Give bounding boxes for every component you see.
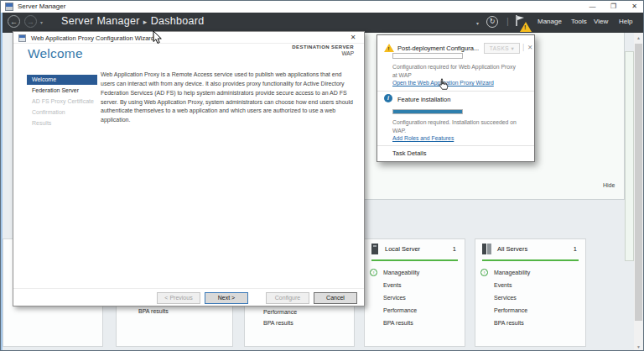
manageability-up-icon: ↑ xyxy=(370,269,377,276)
refresh-icon: ↻ xyxy=(490,18,496,25)
tile-metric-events[interactable]: Events xyxy=(494,282,512,288)
tile-metric-bpa-results[interactable]: BPA results xyxy=(263,320,293,326)
task-details-link[interactable]: Task Details xyxy=(392,149,426,157)
next-button[interactable]: Next > xyxy=(205,292,248,304)
warning-badge-icon: ! xyxy=(520,22,532,32)
wap-configuration-wizard-dialog: Web Application Proxy Configuration Wiza… xyxy=(13,31,365,306)
info-icon: i xyxy=(384,94,392,102)
wizard-step-adfs-proxy-certificate: AD FS Proxy Certificate xyxy=(27,97,97,107)
tile-metric-services[interactable]: Services xyxy=(383,295,406,301)
flyout-divider: | xyxy=(522,43,524,51)
scroll-up-icon[interactable]: ▲ xyxy=(634,33,643,43)
maximize-button[interactable]: ❐ xyxy=(603,1,624,13)
tasks-caret-icon: ▾ xyxy=(511,45,514,51)
local-server-tile[interactable]: Local Server 1 ↑ Manageability Events Se… xyxy=(364,238,465,347)
refresh-button[interactable]: ↻ xyxy=(486,16,498,28)
wizard-step-confirmation: Confirmation xyxy=(27,107,97,118)
server-manager-window: Server Manager — ❐ ✕ ← → ▾ Server Manage… xyxy=(0,0,644,351)
tile-metric-manageability[interactable]: ↑ Manageability xyxy=(494,270,530,275)
notifications-flyout: ! Post-deployment Configura... TASKS ▾ |… xyxy=(377,34,535,162)
cancel-button[interactable]: Cancel xyxy=(314,292,357,304)
tile-title[interactable]: All Servers xyxy=(497,245,527,253)
breadcrumb-page: Dashboard xyxy=(151,15,205,27)
destination-server-value: WAP xyxy=(292,50,354,56)
notification-close-icon[interactable]: ✕ xyxy=(527,44,532,51)
dialog-title: Web Application Proxy Configuration Wiza… xyxy=(31,34,154,42)
add-roles-and-features-link[interactable]: Add Roles and Features xyxy=(392,135,454,141)
tile-metric-performance[interactable]: Performance xyxy=(383,307,417,313)
mouse-cursor-hand xyxy=(438,78,449,94)
tile-metric-bpa-results[interactable]: BPA results xyxy=(383,320,413,326)
dialog-close-icon[interactable]: ✕ xyxy=(347,34,359,43)
previous-button[interactable]: < Previous xyxy=(157,292,200,304)
minimize-button[interactable]: — xyxy=(582,1,603,13)
tile-metric-events[interactable]: Events xyxy=(383,282,401,288)
mouse-cursor-arrow xyxy=(153,31,162,48)
notification-message: Configuration required for Web Applicati… xyxy=(392,63,520,80)
section-divider xyxy=(377,91,534,92)
breadcrumb-root[interactable]: Server Manager xyxy=(61,15,140,27)
destination-server-label: DESTINATION SERVER xyxy=(292,45,354,50)
scrollbar-thumb[interactable] xyxy=(635,44,642,321)
back-button[interactable]: ← xyxy=(8,15,20,28)
notifications-flag-button[interactable]: ! xyxy=(514,15,536,32)
tile-title[interactable]: Local Server xyxy=(385,245,420,253)
manageability-up-icon: ↑ xyxy=(480,269,488,276)
section-divider xyxy=(377,145,534,146)
wizard-button-row: < Previous Next > Configure Cancel xyxy=(157,292,357,304)
vertical-scrollbar[interactable]: ▲ ▼ xyxy=(634,33,643,351)
footer-divider xyxy=(13,288,364,289)
tile-metric-bpa-results[interactable]: BPA results xyxy=(494,320,524,326)
servers-group-icon xyxy=(482,244,491,254)
tile-status-rule xyxy=(371,259,458,261)
tile-metric-services[interactable]: Services xyxy=(494,295,517,301)
forward-button[interactable]: → xyxy=(24,15,37,28)
post-deployment-progress-bar xyxy=(392,53,463,59)
close-button[interactable]: ✕ xyxy=(624,1,644,13)
wizard-page-heading: Welcome xyxy=(28,46,83,61)
wizard-body-text: Web Application Proxy is a Remote Access… xyxy=(101,71,355,125)
breadcrumb-separator-icon: ▸ xyxy=(140,18,151,26)
destination-server-block: DESTINATION SERVER WAP xyxy=(292,45,354,56)
breadcrumb: Server Manager▸Dashboard xyxy=(61,15,205,27)
dialog-titlebar[interactable]: Web Application Proxy Configuration Wiza… xyxy=(13,32,364,44)
forward-icon: → xyxy=(27,18,34,26)
toolbar-divider: | xyxy=(506,16,509,26)
tile-header: Local Server 1 xyxy=(365,239,465,259)
wizard-step-federation-server[interactable]: Federation Server xyxy=(27,86,97,96)
tile-header: All Servers 1 xyxy=(475,239,585,259)
wizard-step-welcome[interactable]: Welcome xyxy=(27,75,97,85)
tile-server-count: 1 xyxy=(574,245,577,253)
navigation-bar: ← → ▾ Server Manager▸Dashboard ▾ ↻ | ! M… xyxy=(1,13,644,33)
tasks-dropdown-button[interactable]: TASKS ▾ xyxy=(484,43,520,54)
menu-help[interactable]: Help xyxy=(619,18,632,25)
menu-manage[interactable]: Manage xyxy=(538,18,562,25)
tile-server-count: 1 xyxy=(453,245,456,253)
role-tile-fragment xyxy=(625,51,634,261)
window-titlebar: Server Manager — ❐ ✕ xyxy=(1,1,644,13)
menu-view[interactable]: View xyxy=(594,18,608,25)
all-servers-tile[interactable]: All Servers 1 ↑ Manageability Events Ser… xyxy=(475,238,586,347)
scroll-down-icon[interactable]: ▼ xyxy=(634,342,643,351)
history-dropdown-icon[interactable]: ▾ xyxy=(40,19,43,25)
back-icon: ← xyxy=(10,18,18,26)
hide-welcome-link[interactable]: Hide xyxy=(603,182,615,188)
tile-metric-bpa-results[interactable]: BPA results xyxy=(138,308,169,314)
notification-title: Post-deployment Configura... xyxy=(397,45,481,52)
wizard-step-results: Results xyxy=(27,118,97,128)
tile-metric-performance[interactable]: Performance xyxy=(263,309,297,315)
server-manager-app-icon xyxy=(5,3,13,11)
server-icon xyxy=(371,244,378,254)
configure-button[interactable]: Configure xyxy=(266,292,309,304)
feature-installation-title: Feature installation xyxy=(397,96,450,103)
menu-tools[interactable]: Tools xyxy=(571,18,587,25)
tile-metric-manageability[interactable]: ↑ Manageability xyxy=(383,270,419,275)
refresh-dropdown-icon[interactable]: ▾ xyxy=(476,20,479,26)
warning-icon: ! xyxy=(384,44,394,52)
window-title: Server Manager xyxy=(18,3,65,10)
tile-status-rule xyxy=(482,259,579,261)
tile-metric-performance[interactable]: Performance xyxy=(494,307,527,313)
notification-message: Configuration required. Installation suc… xyxy=(392,118,520,135)
feature-installation-progress-bar xyxy=(392,109,463,114)
wizard-icon xyxy=(18,34,26,42)
